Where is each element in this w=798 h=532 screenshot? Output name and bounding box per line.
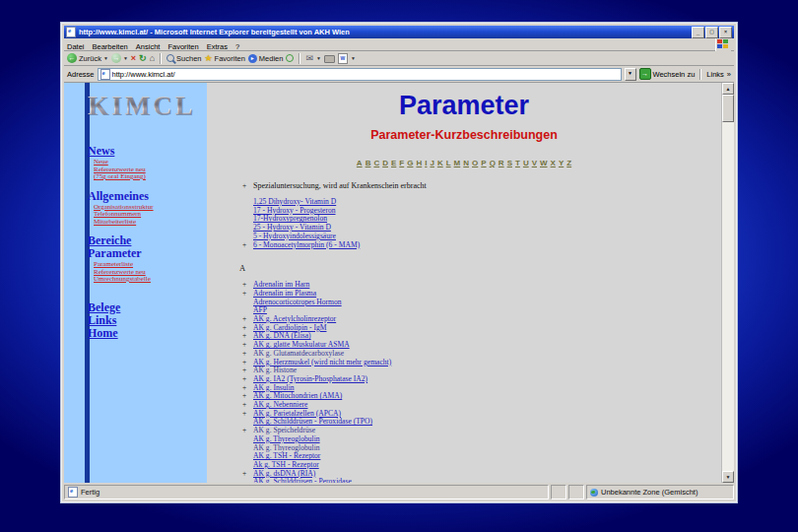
minimize-button[interactable]: _: [692, 27, 704, 38]
toolbar-more-icon[interactable]: ▼: [351, 55, 356, 61]
legend-text: Spezialuntersuchung, wird auf Krankensch…: [253, 181, 427, 190]
scrollbar-thumb[interactable]: [722, 95, 734, 122]
list-item: + 6 - Monoacetylmorphin (6 - MAM): [242, 241, 721, 250]
page-subtitle: Parameter-Kurzbeschreibungen: [207, 128, 721, 142]
maximize-button[interactable]: □: [705, 27, 718, 38]
alphabet-letter-link[interactable]: N: [463, 159, 469, 167]
back-dropdown-icon[interactable]: ▼: [103, 55, 108, 61]
search-icon: [166, 54, 174, 62]
legend-row: + Spezialuntersuchung, wird auf Krankens…: [242, 181, 721, 190]
alphabet-letter-link[interactable]: Y: [559, 159, 564, 167]
alphabet-letter-link[interactable]: J: [430, 159, 433, 167]
addressbar-separator: [699, 69, 701, 80]
forward-button[interactable]: → ▼: [111, 53, 128, 63]
back-button[interactable]: ← Zurück ▼: [67, 53, 108, 63]
kimcl-logo[interactable]: KIMCL: [88, 91, 207, 121]
plus-marker: [242, 435, 253, 444]
favorites-label: Favoriten: [215, 54, 245, 63]
plus-marker: [242, 299, 253, 307]
history-icon[interactable]: [286, 54, 294, 62]
refresh-button[interactable]: ↻: [139, 53, 147, 63]
mail-dropdown-icon[interactable]: ▼: [316, 55, 321, 61]
menu-item[interactable]: Bearbeiten: [93, 42, 128, 51]
browser-window: http://www.kimcl.at/ - Microsoft Interne…: [61, 23, 737, 502]
forward-dropdown-icon[interactable]: ▼: [123, 55, 128, 61]
status-text: Fertig: [81, 488, 100, 497]
alphabet-letter-link[interactable]: M: [454, 159, 461, 167]
menu-item[interactable]: Favoriten: [167, 42, 198, 51]
alphabet-letter-link[interactable]: B: [366, 159, 371, 167]
status-pane-2: [568, 485, 584, 499]
menu-item[interactable]: Extras: [207, 42, 228, 51]
home-button[interactable]: ⌂: [150, 53, 155, 63]
sidebar-heading-parameter[interactable]: Parameter: [88, 247, 207, 260]
toolbar-separator: [299, 53, 300, 64]
status-pane-main: Fertig: [64, 485, 549, 499]
alphabet-letter-link[interactable]: Z: [566, 159, 571, 167]
alphabet-letter-link[interactable]: E: [391, 159, 396, 167]
menu-item[interactable]: Ansicht: [136, 42, 161, 51]
favorites-star-icon: ★: [205, 53, 213, 63]
main-content: Parameter Parameter-Kurzbeschreibungen A…: [207, 83, 721, 483]
sidebar-link[interactable]: Umrechnungstabelle: [94, 276, 207, 284]
back-label: Zurück: [79, 54, 101, 63]
special-links-list: 1,25 Dihydroxy- Vitamin D 17 - Hydroxy -…: [242, 198, 721, 249]
alphabet-letter-link[interactable]: L: [446, 159, 451, 167]
print-icon[interactable]: [324, 55, 335, 63]
alphabet-letter-link[interactable]: T: [515, 159, 520, 167]
sidebar-heading-allgemeines[interactable]: Allgemeines: [88, 190, 207, 203]
menu-item[interactable]: ?: [235, 42, 239, 51]
go-button[interactable]: → Wechseln zu: [639, 68, 696, 80]
sidebar-allgemeines-links: OrganisationsstrukturTelefonnummernMitar…: [94, 204, 207, 227]
plus-marker: [242, 198, 253, 207]
alphabet-letter-link[interactable]: G: [407, 159, 413, 167]
sidebar-link[interactable]: (75g oral Eingang): [94, 173, 207, 181]
list-item: + AK g. Herzmuskel (wird nicht mehr gema…: [242, 359, 721, 367]
scrollbar-track[interactable]: [722, 95, 734, 471]
sidebar-heading-belege[interactable]: Belege: [88, 301, 207, 314]
alphabet-letter-link[interactable]: C: [373, 159, 379, 167]
menu-item[interactable]: Datei: [67, 42, 85, 51]
alphabet-letter-link[interactable]: X: [551, 159, 556, 167]
alphabet-letter-link[interactable]: H: [416, 159, 422, 167]
alphabet-letter-link[interactable]: O: [472, 159, 478, 167]
alphabet-letter-link[interactable]: S: [507, 159, 512, 167]
sidebar-heading-home[interactable]: Home: [88, 327, 207, 340]
parameter-link[interactable]: 6 - Monoacetylmorphin (6 - MAM): [253, 241, 360, 250]
sidebar-news-links: NeueReferenzwerte neu(75g oral Eingang): [94, 159, 207, 181]
sidebar-heading-news[interactable]: News: [88, 145, 207, 158]
search-button[interactable]: Suchen: [166, 54, 201, 63]
sidebar-link[interactable]: Mitarbeiterliste: [94, 219, 207, 227]
status-pane-zone: Unbekannte Zone (Gemischt): [586, 485, 734, 499]
mail-icon[interactable]: ✉: [305, 53, 313, 63]
plus-marker: +: [242, 410, 253, 419]
alphabet-letter-link[interactable]: W: [540, 159, 548, 167]
alphabet-letter-link[interactable]: P: [481, 159, 486, 167]
media-button[interactable]: ▸ Medien: [248, 54, 284, 63]
plus-marker: +: [242, 181, 253, 190]
section-heading-a: A: [239, 263, 721, 273]
alphabet-letter-link[interactable]: F: [399, 159, 404, 167]
favorites-button[interactable]: ★ Favoriten: [205, 53, 245, 63]
scroll-down-icon[interactable]: ▼: [722, 471, 734, 483]
stop-button[interactable]: ×: [131, 53, 136, 63]
alphabet-letter-link[interactable]: K: [437, 159, 443, 167]
alphabet-letter-link[interactable]: A: [357, 159, 363, 167]
list-item: Adrenocorticotropes Hormon: [242, 299, 721, 307]
links-chevron-icon[interactable]: »: [727, 70, 731, 79]
alphabet-letter-link[interactable]: I: [425, 159, 427, 167]
sidebar-heading-links[interactable]: Links: [88, 314, 207, 327]
address-dropdown-icon[interactable]: ▼: [625, 68, 636, 81]
alphabet-letter-link[interactable]: R: [499, 159, 504, 167]
alphabet-letter-link[interactable]: D: [382, 159, 388, 167]
scroll-up-icon[interactable]: ▲: [722, 83, 734, 95]
edit-icon[interactable]: W: [338, 53, 348, 64]
alphabet-letter-link[interactable]: V: [532, 159, 537, 167]
links-label[interactable]: Links: [706, 70, 724, 79]
close-button[interactable]: ×: [719, 27, 732, 38]
alphabet-letter-link[interactable]: Q: [490, 159, 496, 167]
address-input[interactable]: [112, 70, 619, 79]
list-item: + AK g. IA2 (Tyrosin-Phosphatase IA2): [242, 375, 721, 384]
alphabet-letter-link[interactable]: U: [523, 159, 529, 167]
vertical-scrollbar[interactable]: ▲ ▼: [721, 83, 734, 483]
